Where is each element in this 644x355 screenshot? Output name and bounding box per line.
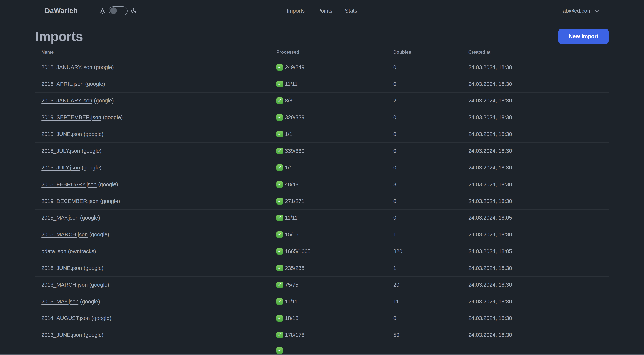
green-check-icon: ✓ [276,315,283,322]
name-cell: 2019_SEPTEMBER.json (google) [36,114,270,120]
import-source-label: (google) [82,148,101,154]
import-source-label: (google) [94,98,114,104]
created-at-value: 24.03.2024, 18:30 [468,315,512,321]
created-at-cell: 24.03.2024, 18:05 [462,248,608,254]
processed-count: 249/249 [285,64,304,70]
import-file-link[interactable]: 2015_MARCH.json [41,232,88,238]
created-at-value: 24.03.2024, 18:30 [468,98,512,104]
processed-cell: ✓ 11/11 [270,81,387,87]
import-file-link[interactable]: 2015_MAY.json [41,299,78,305]
processed-count: 1665/1665 [285,248,310,254]
doubles-cell: 2 [388,98,462,104]
import-file-link[interactable]: 2018_JULY.json [41,148,80,154]
name-cell: 2015_JULY.json (google) [36,165,270,171]
created-at-value: 24.03.2024, 18:30 [468,332,512,338]
import-source-label: (google) [103,114,122,120]
created-at-value: 24.03.2024, 18:30 [468,282,512,288]
account-menu[interactable]: ab@cd.com [563,8,599,14]
green-check-icon: ✓ [276,248,283,255]
doubles-count: 11 [393,299,399,305]
doubles-count: 820 [393,248,402,254]
doubles-count: 0 [393,198,396,204]
doubles-count: 0 [393,81,396,87]
doubles-cell: 0 [388,64,462,70]
processed-cell: ✓ 11/11 [270,215,387,221]
import-file-link[interactable]: 2019_SEPTEMBER.json [41,114,101,120]
theme-switch-knob [110,7,117,14]
import-source-label: (google) [90,232,109,238]
processed-cell: ✓ 75/75 [270,282,387,288]
green-check-icon: ✓ [276,114,283,121]
processed-count: 329/329 [285,114,304,120]
doubles-cell: 8 [388,181,462,188]
processed-count: 11/11 [285,215,298,221]
import-file-link[interactable]: 2014_AUGUST.json [41,315,90,321]
processed-cell: ✓ 178/178 [270,332,387,338]
doubles-count: 1 [393,265,396,271]
doubles-count: 0 [393,315,396,321]
doubles-count: 0 [393,165,396,171]
processed-cell: ✓ 329/329 [270,114,387,121]
import-file-link[interactable]: 2013_JUNE.json [41,332,82,338]
processed-count: 235/235 [285,265,304,271]
processed-cell: ✓ [270,347,387,354]
import-file-link[interactable]: 2018_JANUARY.json [41,64,92,70]
app-logo[interactable]: DaWarIch [45,7,78,15]
import-file-link[interactable]: odata.json [41,248,66,254]
table-row: 2013_MARCH.json (google) ✓ 75/75 20 24.0… [36,277,608,293]
nav-link-imports[interactable]: Imports [287,8,305,14]
processed-count: 15/15 [285,232,298,238]
green-check-icon: ✓ [276,215,283,221]
doubles-count: 0 [393,114,396,120]
doubles-count: 0 [393,64,396,70]
processed-count: 75/75 [285,282,298,288]
import-file-link[interactable]: 2015_JULY.json [41,165,80,171]
import-file-link[interactable]: 2018_JUNE.json [41,265,82,271]
theme-switch[interactable] [109,6,128,15]
import-file-link[interactable]: 2015_JANUARY.json [41,98,92,104]
name-cell: 2015_MAY.json (google) [36,299,270,305]
green-check-icon: ✓ [276,97,283,104]
processed-count: 11/11 [285,81,298,87]
nav-link-stats[interactable]: Stats [345,8,357,14]
processed-count: 271/271 [285,198,304,204]
name-cell: 2015_FEBRUARY.json (google) [36,181,270,188]
import-source-label: (google) [92,315,111,321]
processed-cell: ✓ 1665/1665 [270,248,387,255]
table-row: 2015_JANUARY.json (google) ✓ 8/8 2 24.03… [36,93,608,109]
processed-cell: ✓ 48/48 [270,181,387,188]
green-check-icon: ✓ [276,148,283,154]
processed-cell: ✓ 271/271 [270,198,387,204]
top-navbar: DaWarIch Imports Points Stats [0,0,644,21]
new-import-button[interactable]: New import [558,29,608,44]
processed-cell: ✓ 339/339 [270,148,387,154]
doubles-count: 59 [393,332,399,338]
name-cell: 2015_JANUARY.json (google) [36,98,270,104]
horizontal-scrollbar[interactable] [0,354,644,355]
doubles-count: 8 [393,181,396,188]
import-file-link[interactable]: 2015_MAY.json [41,215,78,221]
table-row: 2019_SEPTEMBER.json (google) ✓ 329/329 0… [36,109,608,126]
nav-link-points[interactable]: Points [317,8,332,14]
import-source-label: (google) [80,215,100,221]
processed-count: 18/18 [285,315,298,321]
created-at-value: 24.03.2024, 18:30 [468,299,512,305]
processed-count: 48/48 [285,181,298,188]
doubles-cell: 11 [388,299,462,305]
main-nav: Imports Points Stats [287,8,357,14]
import-file-link[interactable]: 2019_DECEMBER.json [41,198,98,204]
import-file-link[interactable]: 2015_FEBRUARY.json [41,181,96,188]
green-check-icon: ✓ [276,347,283,354]
import-file-link[interactable]: 2013_MARCH.json [41,282,88,288]
created-at-cell: 24.03.2024, 18:30 [462,332,608,338]
created-at-cell: 24.03.2024, 18:30 [462,315,608,321]
doubles-cell: 1 [388,232,462,238]
green-check-icon: ✓ [276,231,283,238]
table-row: 2013_JUNE.json (google) ✓ 178/178 59 24.… [36,327,608,344]
import-file-link[interactable]: 2015_JUNE.json [41,131,82,137]
created-at-cell: 24.03.2024, 18:30 [462,265,608,271]
import-source-label: (google) [94,64,114,70]
column-header-created-at: Created at [462,49,608,55]
page-header: Imports New import [0,29,644,44]
import-file-link[interactable]: 2015_APRIL.json [41,81,84,87]
